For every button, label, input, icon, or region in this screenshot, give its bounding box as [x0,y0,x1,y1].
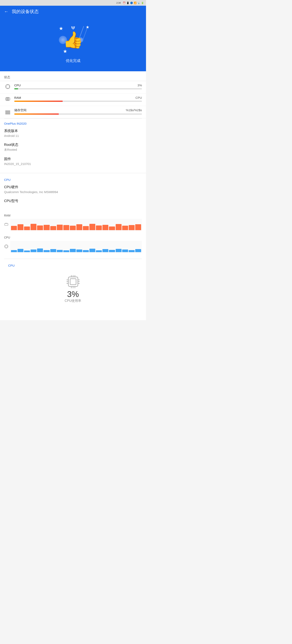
system-version-label: 系统版本 [4,128,142,133]
ram-bar [70,226,76,230]
ram-bar [122,226,128,230]
ram-bar [83,226,89,230]
firmware-label: 固件 [4,156,142,161]
cpu-bar [109,250,115,252]
device-title: OnePlus IN2020 [4,122,142,125]
sim-icon: 📱 [126,2,129,4]
cpu-mini-icon [4,244,8,250]
cpu-progress-fill [14,88,18,90]
cpu-usage-value: 3% [8,290,138,299]
cpu-label: CPU [14,84,21,87]
cpu-hardware-label: CPU硬件 [4,185,142,190]
svg-rect-31 [5,245,8,248]
ram-icon-box [4,96,12,103]
shine-2 [83,28,87,40]
ram-bar [24,226,30,230]
storage-progress-fill [14,114,59,115]
svg-rect-26 [5,224,8,225]
cpu-bar [50,249,56,252]
ram-bar [50,226,56,230]
ram-status-row: RAM CPU [0,94,146,106]
ram-cpu-graphs-section: RAM CPU [0,210,146,257]
back-button[interactable]: ← [4,9,8,14]
cpu-bar [57,250,63,252]
cpu-bar [24,250,30,252]
header: ← 我的设备状态 [0,6,146,18]
cpu-graph-bars [10,241,142,253]
ram-status-content: RAM CPU [14,96,142,102]
ram-bar [102,225,108,230]
device-info-section: OnePlus IN2020 系统版本 Android 11 Root状态 未R… [0,118,146,171]
ram-graph-label: RAM [4,214,142,217]
ram-bar [116,224,122,230]
cpu-icon-box [4,84,12,91]
battery-icon: 🔋 [141,2,144,4]
cpu-usage-label: CPU使用率 [8,299,138,303]
main-content: 状态 [0,71,146,320]
ram-bar [96,226,102,230]
cpu-bar [83,250,89,252]
cpu-status-row: CPU 3% [0,81,146,94]
alarm-icon: ⏰ [123,2,126,4]
system-version-value: Android 11 [4,134,142,138]
cpu-row-header: CPU 3% [14,84,142,87]
ram-mini-icon [4,222,8,228]
system-version-item: 系统版本 Android 11 [4,128,142,138]
hero-banner: ★ ★ ★ 👍 优化完成 [0,18,146,71]
ram-bar [44,225,50,230]
cpu-bar [129,250,134,252]
svg-rect-13 [6,98,10,100]
bottom-cpu-info: CPU 3% [4,260,142,312]
bottom-cpu-section: CPU 3% [0,259,146,320]
ram-bar [135,224,141,230]
cpu-bar [18,249,24,252]
ram-bar [57,225,63,230]
cpu-bar [44,250,50,252]
svg-rect-0 [6,85,9,88]
cpu-hardware-item: CPU硬件 Qualcomm Technologies, Inc MSM8994 [4,185,142,194]
ram-bar [37,226,43,230]
cpu-bar [116,249,122,252]
storage-label: 储存空间 [14,108,26,112]
hero-illustration: ★ ★ ★ 👍 [53,24,94,56]
bottom-cpu-title: CPU [8,264,138,267]
bluetooth-icon: 🔵 [130,2,133,4]
cpu-bar [122,250,128,252]
cpu-graph-label: CPU [4,236,142,239]
cpu-progress-bg [14,88,142,90]
storage-status-row: 储存空间 %1$s/%2$s [0,106,146,118]
page-title: 我的设备状态 [12,8,39,15]
cpu-bar [63,250,69,252]
cpu-bar [76,250,82,252]
ram-value: CPU [136,96,142,100]
storage-progress-bg [14,114,142,115]
cpu-bar [90,249,95,252]
cpu-info-section: CPU CPU硬件 Qualcomm Technologies, Inc MSM… [0,175,146,210]
ram-bar [90,224,95,230]
ram-bar [30,224,36,230]
cpu-bar [30,250,36,252]
signal-icon: 📡 [138,2,140,4]
cpu-bar [11,250,17,252]
cpu-model-label: CPU型号 [4,198,142,203]
cpu-model-item: CPU型号 [4,198,142,203]
ram-row-header: RAM CPU [14,96,142,100]
ram-bar [109,226,115,230]
star-2: ★ [86,25,90,30]
ram-bar [129,225,134,230]
svg-rect-44 [68,277,78,286]
star-1: ★ [59,26,63,31]
cpu-hardware-value: Qualcomm Technologies, Inc MSM8994 [4,190,142,194]
root-status-value: 未Rooted [4,148,142,152]
root-status-label: Root状态 [4,142,142,147]
status-section-label: 状态 [0,71,146,81]
cpu-section-title: CPU [4,178,142,182]
thumbs-up-icon: 👍 [63,31,83,49]
cpu-status-content: CPU 3% [14,84,142,90]
ram-bar [63,225,69,230]
cpu-bar [96,250,102,252]
cpu-graph-area [4,241,142,253]
ram-bar [11,226,17,230]
storage-value: %1$s/%2$s [126,108,142,112]
ram-graph-bars [10,219,142,231]
